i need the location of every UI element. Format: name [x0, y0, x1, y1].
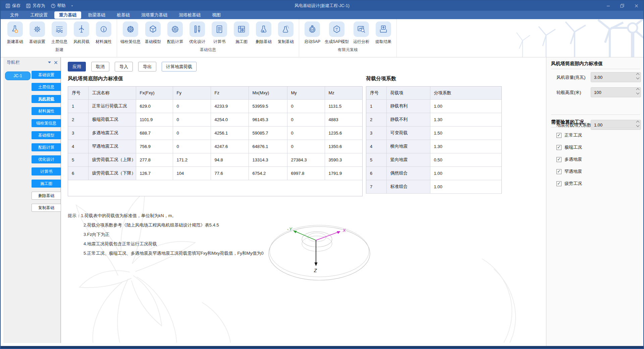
turbine-capacity-input[interactable]: 3.00 — [591, 72, 641, 82]
data-cell[interactable]: 罕遇地震工况 — [88, 140, 136, 153]
data-cell[interactable]: 629.0 — [136, 99, 173, 113]
calc-seismic-load-button[interactable]: 计算地震荷载 — [162, 62, 197, 71]
data-cell[interactable]: 可变荷载 — [386, 126, 430, 140]
menu-tab-file[interactable]: 文件 — [5, 11, 23, 19]
foundation-tab-jc1[interactable]: JC-1 — [5, 71, 31, 80]
menu-tab-rib-beam-foundation[interactable]: 肋梁基础 — [83, 11, 110, 19]
seismic-amplification-input[interactable]: 1.00 — [591, 120, 641, 130]
panel-close-icon[interactable] — [54, 61, 58, 64]
data-cell[interactable]: 正常运行荷载工况 — [88, 99, 136, 113]
data-cell[interactable]: 53959.5 — [249, 99, 287, 113]
data-cell[interactable]: 1101.9 — [136, 113, 173, 126]
data-cell[interactable]: 756.9 — [136, 140, 173, 153]
checkbox-fatigue-condition[interactable] — [556, 181, 561, 186]
minimize-button[interactable] — [601, 1, 615, 11]
close-button[interactable] — [629, 1, 643, 11]
data-cell[interactable]: 极端荷载工况 — [88, 113, 136, 126]
checkbox-extreme-condition[interactable] — [556, 145, 561, 150]
ribbon-foundation-model-button[interactable]: 基础模型 — [143, 21, 163, 45]
data-cell[interactable]: 4883 — [325, 113, 362, 126]
restore-button[interactable] — [615, 1, 629, 11]
panel-dropdown-icon[interactable] — [48, 61, 51, 64]
data-cell[interactable]: 1350.6 — [325, 140, 362, 153]
data-cell[interactable]: 多遇地震工况 — [88, 126, 136, 140]
data-cell[interactable]: 0 — [173, 140, 211, 153]
data-cell[interactable]: 1.30 — [430, 113, 501, 126]
hub-height-input[interactable]: 100 — [591, 87, 641, 97]
sidebar-item-soil-layers[interactable]: 土层信息 — [32, 83, 61, 91]
checkbox-frequent-earthquake[interactable] — [556, 157, 561, 162]
data-cell[interactable]: 4256.1 — [211, 126, 249, 140]
data-cell[interactable]: 77.6 — [211, 166, 249, 180]
sidebar-item-material-props[interactable]: 材料属性 — [32, 107, 61, 115]
data-cell[interactable]: 3590.3 — [325, 153, 362, 166]
ribbon-optimize-design-button[interactable]: 优化设计 — [187, 21, 207, 45]
import-button[interactable]: 导入 — [115, 62, 133, 71]
data-cell[interactable]: 6997.8 — [287, 166, 325, 180]
menu-tab-pile-foundation[interactable]: 桩基础 — [112, 11, 135, 19]
data-cell[interactable]: 27384.3 — [287, 153, 325, 166]
data-cell[interactable]: 171.2 — [173, 153, 211, 166]
data-cell[interactable]: 1.50 — [430, 126, 501, 140]
data-cell[interactable]: 静载不利 — [386, 113, 430, 126]
data-cell[interactable]: 96145.3 — [249, 113, 287, 126]
data-cell[interactable]: 94.8 — [211, 153, 249, 166]
data-cell[interactable]: 1.00 — [430, 180, 501, 193]
data-cell[interactable]: 1791.9 — [325, 166, 362, 180]
menu-tab-project-settings[interactable]: 工程设置 — [25, 11, 52, 19]
spinner-down-icon[interactable] — [636, 124, 640, 127]
data-cell[interactable]: 0 — [287, 140, 325, 153]
data-cell[interactable]: 0 — [287, 113, 325, 126]
sidebar-item-turbine-load[interactable]: 风机荷载 — [32, 95, 61, 103]
data-cell[interactable]: 0 — [173, 99, 211, 113]
data-cell[interactable]: 4247.6 — [211, 140, 249, 153]
ribbon-new-foundation-button[interactable]: 新建基础 — [5, 21, 25, 45]
ribbon-turbine-load-button[interactable]: 风机荷载 — [72, 21, 91, 45]
data-cell[interactable]: 59085.7 — [249, 126, 287, 140]
sidebar-item-construction-drawing[interactable]: 施工图 — [32, 180, 61, 188]
ribbon-anchor-cage-info-button[interactable]: 锚栓笼信息 — [120, 21, 141, 45]
data-cell[interactable]: 104 — [173, 166, 211, 180]
spinner-down-icon[interactable] — [636, 76, 640, 80]
data-cell[interactable]: 1131.5 — [325, 99, 362, 113]
cancel-button[interactable]: 取消 — [91, 62, 109, 71]
data-cell[interactable]: 0.50 — [430, 153, 501, 166]
menu-tab-hybrid-gravity-foundation[interactable]: 混塔重力基础 — [137, 11, 172, 19]
sidebar-item-calc-report[interactable]: 计算书 — [32, 167, 61, 176]
ribbon-calc-report-button[interactable]: 计算书 — [210, 21, 229, 45]
save-button[interactable]: 保存 — [3, 2, 22, 9]
ribbon-extract-results-button[interactable]: 提取结果 — [374, 21, 393, 45]
data-cell[interactable]: 1235.6 — [325, 126, 362, 140]
spinner-down-icon[interactable] — [636, 91, 640, 95]
data-cell[interactable]: 横向地震 — [386, 140, 430, 153]
sidebar-item-rebar-calc[interactable]: 配筋计算 — [32, 143, 61, 151]
quick-access-dropdown[interactable] — [69, 3, 75, 9]
data-cell[interactable]: 标准组合 — [386, 180, 430, 193]
ribbon-copy-foundation-button[interactable]: 复制基础 — [276, 21, 296, 45]
checkbox-rare-earthquake[interactable] — [556, 169, 561, 174]
data-cell[interactable]: 静载有利 — [386, 99, 430, 113]
menu-tab-hybrid-pile-foundation[interactable]: 混塔桩基础 — [174, 11, 205, 19]
export-button[interactable]: 导出 — [138, 62, 156, 71]
menu-tab-view[interactable]: 视图 — [207, 11, 225, 19]
data-cell[interactable]: 6754.2 — [249, 166, 287, 180]
save-as-button[interactable]: 另存为 — [24, 2, 47, 9]
data-cell[interactable]: 偶然组合 — [386, 166, 430, 180]
data-cell[interactable]: 688.7 — [136, 126, 173, 140]
data-cell[interactable]: 1.30 — [430, 140, 501, 153]
ribbon-rebar-calc-button[interactable]: 配筋计算 — [165, 21, 185, 45]
data-cell[interactable]: 0 — [173, 113, 211, 126]
data-cell[interactable]: 126.7 — [136, 166, 173, 180]
data-cell[interactable]: 0 — [287, 99, 325, 113]
data-cell[interactable]: 13314.3 — [249, 153, 287, 166]
checkbox-normal-condition[interactable] — [556, 133, 561, 138]
data-cell[interactable]: 0 — [173, 126, 211, 140]
data-cell[interactable]: 0 — [287, 126, 325, 140]
data-cell[interactable]: 277.8 — [136, 153, 173, 166]
data-cell[interactable]: 1.00 — [430, 99, 501, 113]
ribbon-soil-layers-button[interactable]: 土层信息 — [50, 21, 69, 45]
sidebar-item-copy-foundation[interactable]: 复制基础 — [32, 204, 61, 212]
sidebar-item-anchor-cage-info[interactable]: 锚栓笼信息 — [32, 119, 61, 127]
data-cell[interactable]: 4254.0 — [211, 113, 249, 126]
ribbon-run-analysis-button[interactable]: 运行分析 — [352, 21, 371, 45]
